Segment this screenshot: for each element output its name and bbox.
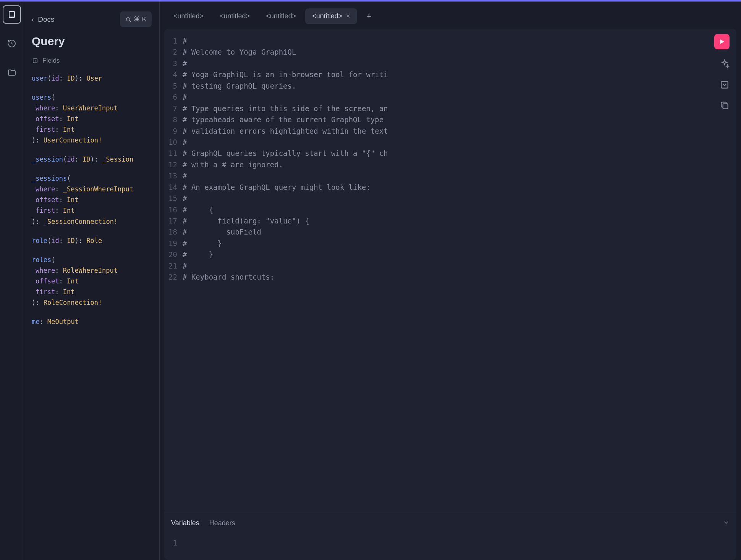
close-icon[interactable]: × <box>346 12 350 20</box>
folder-plus-icon <box>7 68 16 77</box>
line-text: # Keyboard shortcuts: <box>183 272 274 283</box>
line-text: # GraphQL queries typically start with a… <box>183 148 388 159</box>
tab-label: <untitled> <box>220 12 250 20</box>
docs-back-label: Docs <box>38 15 54 24</box>
line-number: 11 <box>164 148 183 159</box>
line-text: # field(arg: "value") { <box>183 215 309 227</box>
type-link[interactable]: _SessionWhereInput <box>63 185 133 193</box>
type-link[interactable]: Int <box>67 277 79 285</box>
line-text: # with a # are ignored. <box>183 159 283 170</box>
tab-variables[interactable]: Variables <box>171 519 199 527</box>
field-name[interactable]: roles <box>32 256 51 264</box>
editor-tab[interactable]: <untitled> <box>259 8 303 24</box>
arg-name: first <box>36 288 55 296</box>
arg-name: where <box>36 185 55 193</box>
type-link[interactable]: Int <box>67 115 79 123</box>
type-link[interactable]: Int <box>63 126 75 133</box>
chevron-left-icon: ‹ <box>32 15 34 24</box>
type-link[interactable]: ID <box>67 237 74 244</box>
line-text: # } <box>183 249 213 260</box>
svg-point-1 <box>126 17 130 21</box>
type-link[interactable]: Int <box>63 288 75 296</box>
tab-label: <untitled> <box>266 12 296 20</box>
tab-label: <untitled> <box>312 12 342 20</box>
type-link[interactable]: UserConnection! <box>44 136 102 144</box>
collapse-icon <box>32 57 39 64</box>
editor-line: 8# typeaheads aware of the current Graph… <box>164 114 736 125</box>
arg-name: offset <box>36 196 59 204</box>
docs-title: Query <box>32 35 152 48</box>
arg-name: id <box>51 237 59 244</box>
play-icon <box>718 38 725 45</box>
line-text: # validation errors highlighted within t… <box>183 126 388 137</box>
type-link[interactable]: Int <box>67 196 79 204</box>
main-area: <untitled><untitled><untitled><untitled>… <box>160 2 741 560</box>
fields-header[interactable]: Fields <box>32 57 152 65</box>
editor-line: 19# } <box>164 238 736 249</box>
line-text: # <box>183 36 187 47</box>
docs-search-button[interactable]: ⌘ K <box>120 11 152 27</box>
line-text: # Welcome to Yoga GraphiQL <box>183 47 296 58</box>
type-link[interactable]: UserWhereInput <box>63 104 118 112</box>
field-item: _sessions(where: _SessionWhereInputoffse… <box>32 173 152 227</box>
field-name[interactable]: _sessions <box>32 175 67 182</box>
type-link[interactable]: MeOutput <box>47 318 79 325</box>
editor-tab[interactable]: <untitled> <box>213 8 257 24</box>
editor-line: 10# <box>164 137 736 148</box>
field-name[interactable]: users <box>32 94 51 101</box>
query-editor-body[interactable]: 1#2# Welcome to Yoga GraphiQL3#4# Yoga G… <box>164 29 736 513</box>
type-link[interactable]: Role <box>86 237 102 244</box>
merge-button[interactable] <box>720 80 730 90</box>
run-button[interactable] <box>714 34 730 49</box>
editor-line: 1 <box>164 537 736 549</box>
line-text: # typeaheads aware of the current GraphQ… <box>183 114 388 125</box>
type-link[interactable]: _Session <box>102 155 133 163</box>
type-link[interactable]: Int <box>63 207 75 214</box>
line-number: 22 <box>164 272 183 283</box>
arg-name: where <box>36 267 55 274</box>
history-rail-button[interactable] <box>3 34 21 53</box>
type-link[interactable]: RoleWhereInput <box>63 267 118 274</box>
arg-name: id <box>51 74 59 82</box>
line-number: 15 <box>164 193 183 204</box>
docs-header: ‹ Docs ⌘ K <box>32 11 152 27</box>
line-number: 19 <box>164 238 183 249</box>
editor-line: 6# <box>164 92 736 103</box>
line-number: 21 <box>164 261 183 272</box>
field-item: role(id: ID): Role <box>32 235 152 246</box>
type-link[interactable]: _SessionConnection! <box>44 218 118 225</box>
search-shortcut-label: ⌘ K <box>134 15 146 23</box>
book-icon <box>7 10 16 19</box>
type-link[interactable]: ID <box>67 74 74 82</box>
line-text: # <box>183 193 187 204</box>
prettify-button[interactable] <box>720 59 730 69</box>
type-link[interactable]: User <box>86 74 102 82</box>
editor-tab[interactable]: <untitled> <box>167 8 210 24</box>
arg-name: where <box>36 104 55 112</box>
field-name[interactable]: role <box>32 237 47 244</box>
variables-editor-body[interactable]: 1 <box>164 534 736 560</box>
new-tab-button[interactable]: + <box>362 10 375 23</box>
docs-back-link[interactable]: ‹ Docs <box>32 15 55 24</box>
field-name[interactable]: me <box>32 318 39 325</box>
tab-headers[interactable]: Headers <box>209 519 235 527</box>
copy-button[interactable] <box>720 100 730 110</box>
editor-side-tools <box>720 59 730 110</box>
variables-collapse-button[interactable] <box>723 519 730 528</box>
svg-rect-0 <box>9 11 15 18</box>
type-link[interactable]: ID <box>83 155 90 163</box>
merge-icon <box>720 80 730 90</box>
docs-rail-button[interactable] <box>3 5 21 24</box>
line-text: # Type queries into this side of the scr… <box>183 103 388 114</box>
line-text: # subField <box>183 227 261 238</box>
editor-tab[interactable]: <untitled>× <box>305 8 357 24</box>
type-link[interactable]: RoleConnection! <box>44 299 102 306</box>
icon-rail <box>0 2 24 560</box>
line-number: 9 <box>164 126 183 137</box>
line-number: 1 <box>164 537 183 549</box>
editor-line: 14# An example GraphQL query might look … <box>164 182 736 193</box>
docs-panel: ‹ Docs ⌘ K Query Fields user(id: ID): Us… <box>24 2 160 560</box>
field-name[interactable]: user <box>32 74 47 82</box>
explorer-rail-button[interactable] <box>3 63 21 82</box>
field-name[interactable]: _session <box>32 155 63 163</box>
